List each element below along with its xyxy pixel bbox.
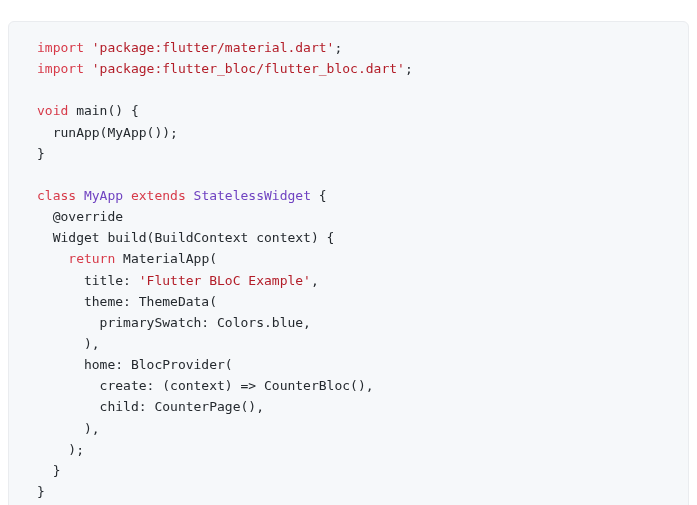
token-ident: main() { [76,103,139,118]
token-ident: Widget build(BuildContext context) { [37,230,334,245]
token-ident: } [37,484,45,499]
token-ident: { [319,188,327,203]
token-ident: title: [37,273,139,288]
token-kw: import [37,61,92,76]
token-ident: ), [37,421,100,436]
token-ident: MaterialApp( [123,251,217,266]
token-ident: , [311,273,319,288]
token-kw: extends [131,188,194,203]
token-ident: primarySwatch: Colors.blue, [37,315,311,330]
token-ident: theme: ThemeData( [37,294,217,309]
token-ident: } [37,463,60,478]
token-ident: ); [37,442,84,457]
token-kw: import [37,40,92,55]
token-str: 'package:flutter/material.dart' [92,40,335,55]
code-content: import 'package:flutter/material.dart'; … [37,40,413,499]
token-kw: return [68,251,123,266]
token-ident: ; [334,40,342,55]
token-ident: ), [37,336,100,351]
token-ident: } [37,146,45,161]
code-block: import 'package:flutter/material.dart'; … [8,21,689,505]
token-kw: class [37,188,84,203]
token-type: StatelessWidget [194,188,319,203]
token-str: 'package:flutter_bloc/flutter_bloc.dart' [92,61,405,76]
token-ident: child: CounterPage(), [37,399,264,414]
token-ident: create: (context) => CounterBloc(), [37,378,374,393]
token-ident: ; [405,61,413,76]
token-ident [37,251,68,266]
token-str: 'Flutter BLoC Example' [139,273,311,288]
token-anno: @override [37,209,123,224]
token-ident: home: BlocProvider( [37,357,233,372]
token-type: MyApp [84,188,131,203]
token-kw: void [37,103,76,118]
token-ident: runApp(MyApp()); [37,125,178,140]
